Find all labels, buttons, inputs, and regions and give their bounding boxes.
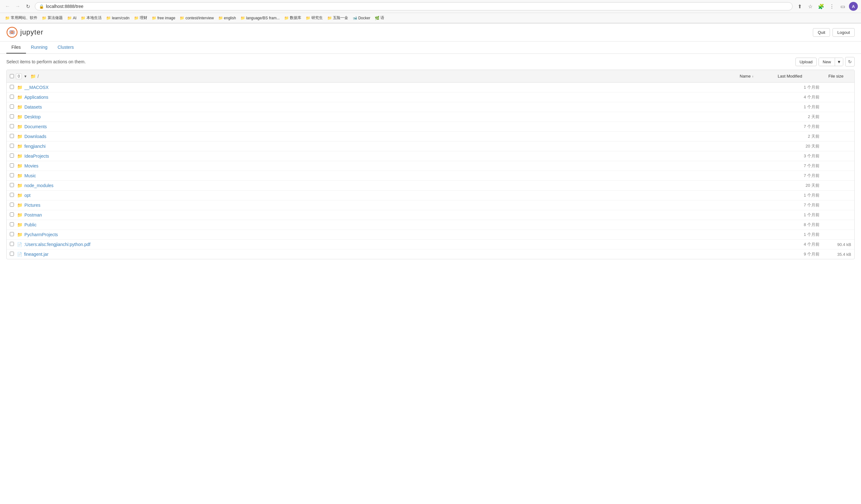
row-checkbox[interactable] [10, 95, 14, 99]
file-name-link[interactable]: node_modules [24, 183, 54, 188]
new-button[interactable]: New [819, 58, 835, 66]
folder-icon: 📁 [17, 104, 23, 110]
row-checkbox[interactable] [10, 212, 14, 216]
table-row: 📁 fengjianchi 20 天前 [6, 141, 855, 151]
extensions-icon[interactable]: 🧩 [817, 2, 825, 11]
page-content: jupyter Quit Logout Files Running Cluste… [0, 24, 861, 502]
file-name-link[interactable]: :Users:alsc:fengjianchi:python.pdf [24, 242, 90, 247]
row-checkbox[interactable] [10, 183, 14, 187]
name-column-header[interactable]: Name ↓ [737, 72, 775, 80]
file-name-link[interactable]: Pictures [24, 202, 41, 208]
bookmark-item-3[interactable]: 📁 本地生活 [79, 14, 104, 22]
tab-clusters[interactable]: Clusters [53, 41, 79, 54]
bookmark-item-8[interactable]: 📁 english [216, 15, 238, 21]
bookmark-icon[interactable]: ☆ [806, 2, 815, 11]
file-name-link[interactable]: Datasets [24, 104, 42, 110]
row-checkbox[interactable] [10, 163, 14, 167]
logout-button[interactable]: Logout [833, 28, 855, 37]
jupyter-header-buttons: Quit Logout [813, 28, 855, 37]
quit-button[interactable]: Quit [813, 28, 830, 37]
file-modified-cell: 1 个月前 [775, 85, 826, 90]
file-name-link[interactable]: Documents [24, 124, 47, 129]
folder-icon: 📁 [17, 95, 23, 100]
share-icon[interactable]: ⬆ [795, 2, 804, 11]
size-column-header[interactable]: File size [826, 72, 851, 80]
bookmark-folder-icon: 📁 [180, 16, 184, 20]
folder-icon: 📁 [17, 202, 23, 208]
row-checkbox[interactable] [10, 134, 14, 138]
file-name-link[interactable]: Public [24, 222, 37, 227]
row-checkbox-area [10, 85, 14, 90]
back-button[interactable]: ← [3, 2, 12, 11]
row-checkbox[interactable] [10, 114, 14, 118]
bookmark-item-1[interactable]: 📁 算法做题 [40, 14, 65, 22]
forward-button[interactable]: → [13, 2, 22, 11]
table-row: 📄 fineagent.jar 9 个月前 35.4 kB [6, 250, 855, 259]
tab-files[interactable]: Files [6, 41, 26, 54]
reload-button[interactable]: ↻ [24, 2, 32, 11]
row-checkbox[interactable] [10, 144, 14, 148]
file-modified-cell: 2 天前 [775, 134, 826, 139]
file-name-link[interactable]: __MACOSX [24, 85, 49, 90]
bookmark-item-12[interactable]: 📁 五险一金 [325, 14, 350, 22]
menu-icon[interactable]: ⋮ [828, 2, 836, 11]
bookmark-item-5[interactable]: 📁 理财 [132, 14, 149, 22]
file-name-cell: 📁 Movies [17, 163, 775, 168]
address-bar[interactable]: 🔒 localhost:8888/tree [35, 2, 793, 11]
file-name-link[interactable]: Music [24, 173, 36, 178]
bookmark-item-docker[interactable]: 🐋 Docker [351, 15, 372, 21]
new-dropdown-button[interactable]: ▼ [835, 58, 843, 66]
row-checkbox[interactable] [10, 252, 14, 256]
table-row: 📁 node_modules 20 天前 [6, 181, 855, 191]
file-name-cell: 📁 Desktop [17, 114, 775, 120]
file-modified-cell: 7 个月前 [775, 163, 826, 169]
bookmark-item-0[interactable]: 📁 常用网站、软件 [3, 14, 39, 22]
file-name-link[interactable]: fengjianchi [24, 144, 46, 149]
bookmark-item-7[interactable]: 📁 contest/interview [178, 15, 215, 21]
file-name-link[interactable]: Desktop [24, 114, 41, 120]
bookmark-item-lang[interactable]: 🌿 语 [373, 14, 386, 22]
row-checkbox[interactable] [10, 242, 14, 246]
file-name-link[interactable]: PycharmProjects [24, 232, 58, 237]
header-check-area: 0 ▼ [10, 73, 27, 79]
row-checkbox[interactable] [10, 173, 14, 177]
bookmark-label: english [224, 16, 236, 20]
bookmark-folder-icon: 📁 [241, 16, 245, 20]
bookmark-item-11[interactable]: 📁 研究生 [304, 14, 325, 22]
file-icon: 📄 [17, 242, 22, 247]
bookmark-item-10[interactable]: 📁 数据库 [282, 14, 303, 22]
bookmark-item-9[interactable]: 📁 language/BS fram... [238, 15, 282, 21]
row-checkbox[interactable] [10, 154, 14, 158]
nav-buttons: ← → ↻ [3, 2, 32, 11]
file-name-cell: 📁 node_modules [17, 183, 775, 188]
count-dropdown-button[interactable]: ▼ [24, 74, 27, 78]
bookmark-item-2[interactable]: 📁 AI [65, 15, 78, 21]
file-name-cell: 📁 opt [17, 193, 775, 198]
file-name-link[interactable]: Downloads [24, 134, 46, 139]
bookmark-item-4[interactable]: 📁 learn/csdn [104, 15, 131, 21]
row-checkbox[interactable] [10, 124, 14, 128]
profile-avatar[interactable]: A [849, 2, 858, 11]
file-name-link[interactable]: Applications [24, 95, 49, 100]
bookmark-folder-icon: 📁 [134, 16, 139, 20]
file-modified-cell: 7 个月前 [775, 173, 826, 179]
row-checkbox[interactable] [10, 85, 14, 89]
row-checkbox[interactable] [10, 193, 14, 197]
row-checkbox[interactable] [10, 104, 14, 109]
file-name-link[interactable]: IdeaProjects [24, 154, 49, 158]
jupyter-logo: jupyter [6, 27, 43, 38]
file-name-link[interactable]: Movies [24, 163, 38, 168]
row-checkbox[interactable] [10, 222, 14, 226]
row-checkbox[interactable] [10, 232, 14, 236]
sidebar-icon[interactable]: ▭ [838, 2, 847, 11]
select-all-checkbox[interactable] [10, 74, 14, 78]
bookmark-item-6[interactable]: 📁 free image [150, 15, 177, 21]
file-name-link[interactable]: fineagent.jar [24, 252, 49, 257]
refresh-button[interactable]: ↻ [845, 57, 855, 67]
file-name-link[interactable]: Postman [24, 212, 42, 218]
row-checkbox[interactable] [10, 202, 14, 207]
file-name-link[interactable]: opt [24, 193, 30, 198]
tab-running[interactable]: Running [26, 41, 53, 54]
modified-column-header[interactable]: Last Modified [775, 72, 826, 80]
upload-button[interactable]: Upload [795, 58, 817, 66]
